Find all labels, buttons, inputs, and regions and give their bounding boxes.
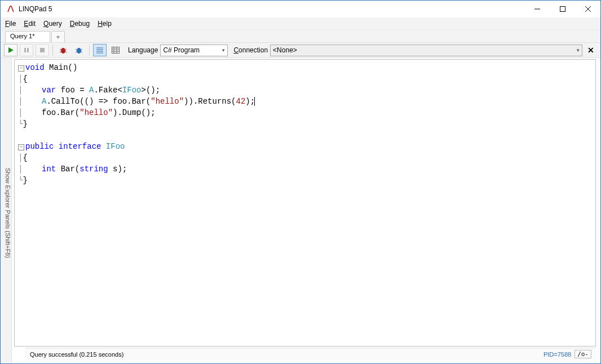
close-button[interactable] bbox=[575, 1, 600, 17]
maximize-button[interactable] bbox=[550, 1, 575, 17]
body-row: Show Explorer Panels (Shift+F8) −void Ma… bbox=[1, 58, 600, 363]
grid-icon bbox=[112, 47, 120, 54]
pause-icon bbox=[23, 47, 30, 54]
connection-dropdown[interactable]: <None> ▾ bbox=[270, 45, 582, 56]
code-editor[interactable]: −void Main() │{ │ var foo = A.Fake<IFoo>… bbox=[14, 59, 596, 347]
status-message: Query successful (0.215 seconds) bbox=[30, 351, 123, 358]
plus-icon: + bbox=[56, 33, 60, 41]
maximize-icon bbox=[560, 6, 565, 12]
tabbar: Query 1* + bbox=[1, 30, 600, 42]
app-window: LINQPad 5 File Edit Query Debug Help Que… bbox=[0, 0, 601, 364]
editor-wrap: −void Main() │{ │ var foo = A.Fake<IFoo>… bbox=[12, 58, 600, 363]
list-icon bbox=[96, 47, 104, 54]
stop-icon bbox=[39, 47, 46, 54]
svg-rect-1 bbox=[560, 7, 565, 12]
toolbar-sep-1 bbox=[52, 45, 53, 56]
bug-blue-icon bbox=[74, 46, 83, 55]
sidepanel-label: Show Explorer Panels (Shift+F8) bbox=[5, 168, 11, 258]
menubar: File Edit Query Debug Help bbox=[1, 17, 600, 30]
tab-label: Query 1* bbox=[10, 33, 34, 39]
connection-value: <None> bbox=[273, 46, 297, 54]
svg-point-13 bbox=[77, 48, 81, 54]
statusbar: Query successful (0.215 seconds) PID=758… bbox=[25, 348, 596, 360]
svg-rect-6 bbox=[27, 48, 29, 52]
menu-help[interactable]: Help bbox=[98, 20, 112, 28]
language-dropdown[interactable]: C# Program ▾ bbox=[160, 45, 228, 56]
zoom-indicator[interactable]: /o- bbox=[575, 350, 591, 358]
language-label: Language bbox=[128, 46, 158, 54]
minimize-button[interactable] bbox=[524, 1, 550, 17]
results-rich-button[interactable] bbox=[93, 44, 107, 56]
menu-query[interactable]: Query bbox=[43, 20, 62, 28]
titlebar: LINQPad 5 bbox=[1, 1, 600, 17]
pause-button[interactable] bbox=[20, 44, 33, 56]
tab-query1[interactable]: Query 1* bbox=[5, 31, 50, 42]
results-grid-button[interactable] bbox=[109, 44, 122, 56]
connection-label: Connection bbox=[233, 46, 268, 54]
language-value: C# Program bbox=[163, 46, 200, 54]
debug-bug-blue-button[interactable] bbox=[72, 44, 86, 56]
menu-edit[interactable]: Edit bbox=[24, 20, 36, 28]
app-logo-icon bbox=[6, 5, 15, 14]
chevron-down-icon: ▾ bbox=[577, 47, 580, 53]
play-icon bbox=[7, 47, 14, 54]
fold-toggle-icon[interactable]: − bbox=[18, 65, 24, 72]
svg-rect-22 bbox=[112, 47, 120, 54]
chevron-down-icon: ▾ bbox=[222, 47, 225, 53]
close-icon bbox=[585, 6, 591, 12]
status-pid: PID=7588 bbox=[543, 351, 571, 358]
toolbar-sep-2 bbox=[89, 45, 90, 56]
svg-point-8 bbox=[61, 48, 65, 54]
app-title: LINQPad 5 bbox=[19, 5, 52, 13]
minimize-icon bbox=[534, 6, 540, 12]
stop-button[interactable] bbox=[36, 44, 49, 56]
menu-file[interactable]: File bbox=[5, 20, 16, 28]
svg-rect-7 bbox=[40, 48, 45, 52]
toolbar: Language C# Program ▾ Connection <None> … bbox=[1, 42, 600, 58]
run-button[interactable] bbox=[4, 44, 17, 56]
tab-add-button[interactable]: + bbox=[51, 31, 65, 42]
show-explorer-panels[interactable]: Show Explorer Panels (Shift+F8) bbox=[1, 58, 12, 363]
menu-debug[interactable]: Debug bbox=[70, 20, 90, 28]
svg-marker-4 bbox=[8, 47, 14, 53]
code-content: −void Main() │{ │ var foo = A.Fake<IFoo>… bbox=[15, 60, 595, 188]
debug-bug-button[interactable] bbox=[56, 44, 70, 56]
bug-red-icon bbox=[59, 46, 68, 55]
svg-rect-5 bbox=[24, 48, 26, 52]
panel-close-button[interactable]: ✕ bbox=[585, 46, 597, 55]
fold-toggle-icon[interactable]: − bbox=[18, 144, 24, 150]
